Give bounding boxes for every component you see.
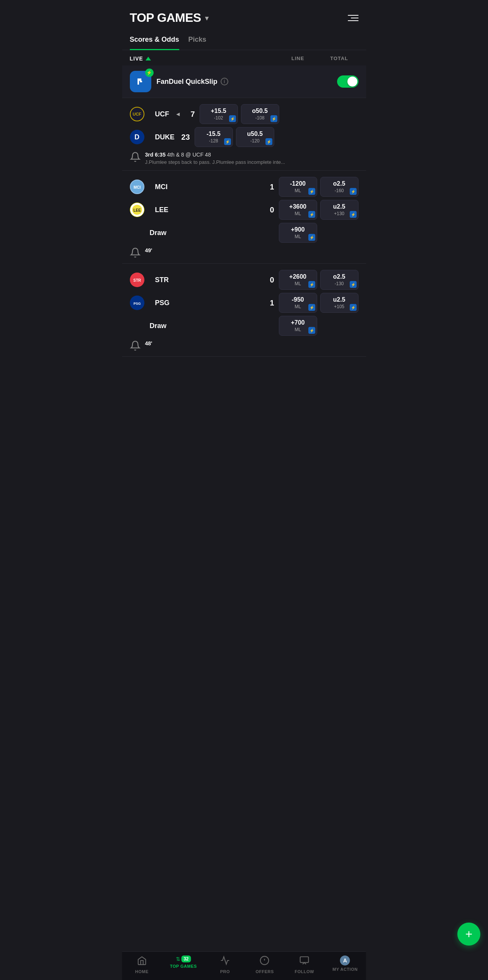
duke-total-sub: -120 — [251, 138, 260, 144]
fanduel-name: FanDuel QuickSlip — [157, 78, 218, 86]
draw-line-button-mci-lee[interactable]: +900 ML ⚡ — [279, 223, 317, 243]
lee-team-left: LEE LEE — [130, 203, 259, 217]
str-odds: +2600 ML ⚡ o2.5 -130 ⚡ — [279, 270, 359, 290]
nav-offers[interactable]: OFFERS — [253, 956, 276, 974]
svg-text:PSG: PSG — [133, 302, 141, 305]
lee-logo: LEE — [130, 203, 144, 217]
lee-line-sub: ML — [295, 211, 301, 216]
str-total-button[interactable]: o2.5 -130 ⚡ — [320, 270, 359, 290]
psg-line-button[interactable]: -950 ML ⚡ — [279, 293, 317, 313]
psg-score: 1 — [259, 299, 274, 307]
draw-lightning-str-psg: ⚡ — [308, 327, 315, 334]
psg-total-main: u2.5 — [333, 296, 345, 303]
team-row-mci: MCI MCI 1 -1200 ML ⚡ o2.5 -160 ⚡ — [130, 177, 359, 197]
ucf-total-button[interactable]: o50.5 -108 ⚡ — [241, 104, 279, 124]
fanduel-banner: ⚡ FanDuel QuickSlip i — [122, 65, 366, 98]
fanduel-info: FanDuel QuickSlip i — [157, 78, 332, 86]
lee-total-button[interactable]: u2.5 +130 ⚡ — [320, 200, 359, 220]
str-logo-svg: STR — [132, 274, 142, 285]
psg-line-main: -950 — [291, 296, 304, 303]
str-psg-details: 48' — [145, 340, 359, 348]
ucf-arrow-icon: ◀ — [176, 111, 180, 117]
team-row-str: STR STR 0 +2600 ML ⚡ o2.5 -130 ⚡ — [130, 270, 359, 290]
game-mci-lee: MCI MCI 1 -1200 ML ⚡ o2.5 -160 ⚡ — [122, 171, 366, 264]
total-header: TOTAL — [320, 56, 359, 62]
bell-icon-mci[interactable] — [130, 247, 141, 258]
mci-line-sub: ML — [295, 188, 301, 193]
draw-label-str-psg: Draw — [150, 322, 259, 330]
filter-line-3 — [348, 20, 359, 21]
duke-score: 23 — [175, 133, 190, 142]
ucf-line-button[interactable]: +15.5 -102 ⚡ — [200, 104, 238, 124]
psg-team-left: PSG PSG — [130, 296, 259, 310]
info-icon[interactable]: i — [221, 78, 228, 85]
offers-icon — [260, 956, 270, 968]
psg-odds: -950 ML ⚡ u2.5 +105 ⚡ — [279, 293, 359, 313]
tab-scores-odds[interactable]: Scores & Odds — [130, 31, 179, 50]
draw-line-button-str-psg[interactable]: +700 ML ⚡ — [279, 316, 317, 336]
duke-line-button[interactable]: -15.5 -128 ⚡ — [195, 127, 233, 147]
nav-top-games[interactable]: ⇅ 32 TOP GAMES — [170, 956, 197, 974]
psg-total-sub: +105 — [334, 304, 344, 309]
str-name: STR — [155, 276, 259, 284]
lee-total-sub: +130 — [334, 211, 344, 216]
fanduel-toggle[interactable] — [337, 75, 359, 88]
filter-button[interactable] — [348, 13, 359, 23]
str-total-main: o2.5 — [333, 273, 345, 280]
psg-name: PSG — [155, 299, 259, 307]
str-psg-game-info: 48' — [130, 340, 359, 351]
nav-home[interactable]: HOME — [130, 956, 153, 974]
str-line-button[interactable]: +2600 ML ⚡ — [279, 270, 317, 290]
lee-line-button[interactable]: +3600 ML ⚡ — [279, 200, 317, 220]
nav-follow[interactable]: FOLLOW — [293, 956, 316, 974]
str-total-sub: -130 — [334, 281, 344, 286]
mci-total-lightning: ⚡ — [350, 188, 357, 195]
nav-follow-label: FOLLOW — [295, 969, 314, 974]
nav-my-action-label: MY ACTION — [332, 967, 358, 972]
bottom-navigation: HOME ⇅ 32 TOP GAMES PRO OFFERS — [122, 951, 366, 980]
chevron-down-icon[interactable]: ▾ — [205, 13, 209, 23]
ucf-duke-details: 3rd 6:35 4th & 8 @ UCF 48 J.Plumlee step… — [145, 152, 359, 165]
lee-total-main: u2.5 — [333, 203, 345, 210]
mci-lee-clock: 49' — [145, 247, 359, 253]
psg-logo-svg: PSG — [132, 297, 142, 308]
mci-lee-period: 49' — [145, 247, 152, 253]
nav-my-action[interactable]: A MY ACTION — [332, 956, 358, 974]
nav-pro-label: PRO — [220, 969, 230, 974]
duke-name: DUKE — [155, 133, 175, 141]
duke-line-sub: -128 — [209, 138, 218, 144]
toggle-knob — [347, 77, 357, 87]
ucf-team-left: UCF UCF ◀ — [130, 107, 180, 121]
psg-logo: PSG — [130, 296, 144, 310]
fanduel-logo-svg — [134, 75, 147, 88]
bell-icon-str[interactable] — [130, 340, 141, 351]
mci-total-button[interactable]: o2.5 -160 ⚡ — [320, 177, 359, 197]
lee-line-main: +3600 — [289, 203, 306, 210]
lee-logo-svg: LEE — [132, 204, 142, 215]
psg-total-button[interactable]: u2.5 +105 ⚡ — [320, 293, 359, 313]
duke-team-left: D DUKE — [130, 130, 175, 144]
ucf-duke-period: 3rd 6:35 — [145, 152, 166, 158]
team-row-duke: D DUKE 23 -15.5 -128 ⚡ u50.5 -120 ⚡ — [130, 127, 359, 147]
mci-total-sub: -160 — [334, 188, 344, 193]
arrows-icon: ⇅ — [176, 956, 180, 962]
mci-score: 1 — [259, 183, 274, 191]
home-icon — [137, 956, 147, 968]
bell-icon[interactable] — [130, 152, 141, 162]
mci-line-lightning: ⚡ — [308, 188, 315, 195]
draw-line-main-mci-lee: +900 — [291, 226, 305, 233]
draw-total-spacer — [320, 223, 359, 243]
psg-total-lightning: ⚡ — [350, 304, 357, 311]
live-text: LIVE — [130, 56, 143, 62]
draw-row-mci-lee: Draw +900 ML ⚡ — [130, 223, 359, 243]
nav-pro[interactable]: PRO — [213, 956, 236, 974]
str-line-main: +2600 — [289, 273, 306, 280]
tab-picks[interactable]: Picks — [188, 31, 206, 50]
follow-icon — [300, 956, 310, 968]
str-psg-clock: 48' — [145, 340, 359, 346]
mci-line-button[interactable]: -1200 ML ⚡ — [279, 177, 317, 197]
ucf-odds: +15.5 -102 ⚡ o50.5 -108 ⚡ — [200, 104, 279, 124]
game-ucf-duke: UCF UCF ◀ 7 +15.5 -102 ⚡ o50.5 -108 ⚡ — [122, 98, 366, 171]
duke-total-button[interactable]: u50.5 -120 ⚡ — [236, 127, 274, 147]
lee-name: LEE — [155, 206, 259, 214]
